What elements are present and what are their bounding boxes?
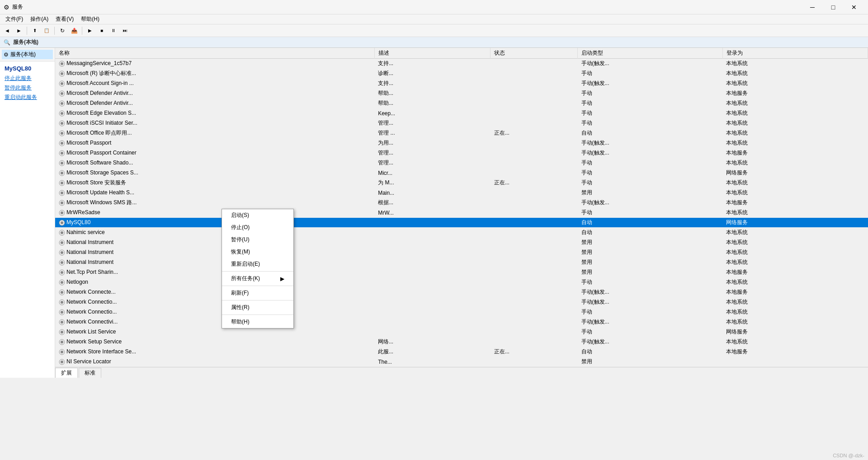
cell-name: Microsoft Passport Container <box>55 148 374 158</box>
cell-login: 本地系统 <box>722 228 868 238</box>
cell-name: Microsoft Storage Spaces S... <box>55 168 374 178</box>
menu-view[interactable]: 查看(V) <box>52 14 77 24</box>
restart-service-link[interactable]: 重启动此服务 <box>5 94 50 101</box>
context-menu-item[interactable]: 属性(R) <box>222 301 293 314</box>
toolbar-forward[interactable]: ► <box>14 26 24 36</box>
cell-startup: 手动(触发... <box>578 59 723 69</box>
context-menu-item-label: 停止(O) <box>231 224 250 231</box>
menu-file[interactable]: 文件(F) <box>2 14 27 24</box>
table-row[interactable]: National Instrument 禁用 本地系统 <box>55 248 868 258</box>
cell-desc: 根据... <box>374 198 491 208</box>
table-row[interactable]: Network Setup Service 网络... 手动(触发... 本地系… <box>55 337 868 347</box>
cell-desc: 管理... <box>374 158 491 168</box>
close-button[interactable]: ✕ <box>844 0 864 14</box>
toolbar-sep-3 <box>82 27 82 35</box>
menu-help[interactable]: 帮助(H) <box>77 14 103 24</box>
table-row[interactable]: Netlogon 手动 本地系统 <box>55 277 868 287</box>
col-header-name[interactable]: 名称 <box>55 48 374 59</box>
table-row[interactable]: Network Connectio... 手动(触发... 本地系统 <box>55 297 868 307</box>
table-row[interactable]: Network Store Interface Se... 此服... 正在..… <box>55 347 868 357</box>
toolbar-export[interactable]: 📤 <box>69 26 80 36</box>
table-row[interactable]: Microsoft Defender Antivir... 帮助... 手动 本… <box>55 89 868 99</box>
cell-name: Microsoft Defender Antivir... <box>55 89 374 99</box>
table-row[interactable]: Microsoft Edge Elevation S... Keep... 手动… <box>55 108 868 118</box>
table-row[interactable]: Microsoft Defender Antivir... 帮助... 手动 本… <box>55 99 868 108</box>
cell-startup: 自动 <box>578 347 723 357</box>
table-row[interactable]: Microsoft Software Shado... 管理... 手动 本地系… <box>55 158 868 168</box>
table-row[interactable]: NI Service Locator The... 禁用 <box>55 357 868 367</box>
table-row[interactable]: Nahimic service 自动 本地系统 <box>55 228 868 238</box>
table-row[interactable]: Microsoft Update Health S... Main... 禁用 … <box>55 188 868 198</box>
table-header-row: 名称 描述 状态 启动类型 登录为 <box>55 48 868 59</box>
col-header-status[interactable]: 状态 <box>491 48 578 59</box>
table-row[interactable]: MrWReSadse MrW... 手动 本地系统 <box>55 208 868 218</box>
svg-point-47 <box>61 291 63 294</box>
minimize-button[interactable]: ─ <box>802 0 823 14</box>
toolbar-properties[interactable]: ▶ <box>85 26 95 36</box>
table-row[interactable]: Network Connectivi... 手动(触发... 本地系统 <box>55 317 868 327</box>
col-header-login[interactable]: 登录为 <box>722 48 868 59</box>
cell-name: Network Connecte... <box>55 287 374 297</box>
pause-service-link[interactable]: 暂停此服务 <box>5 84 50 92</box>
stop-service-link[interactable]: 停止此服务 <box>5 75 50 82</box>
toolbar-resume[interactable]: ⏭ <box>120 26 131 36</box>
context-menu-item-label: 暂停(U) <box>231 236 250 244</box>
table-row[interactable]: Microsoft Passport 为用... 手动(触发... 本地系统 <box>55 138 868 148</box>
toolbar-up[interactable]: ⬆ <box>29 26 40 36</box>
context-menu-item[interactable]: 启动(S) <box>222 209 293 221</box>
context-menu-item[interactable]: 帮助(H) <box>222 316 293 328</box>
cell-startup: 禁用 <box>578 248 723 258</box>
context-menu-item[interactable]: 重新启动(E) <box>222 258 293 270</box>
cell-login: 本地系统 <box>722 79 868 89</box>
menu-action[interactable]: 操作(A) <box>27 14 52 24</box>
selected-service-name: MySQL80 <box>5 65 50 72</box>
toolbar-back[interactable]: ◄ <box>2 26 13 36</box>
table-row[interactable]: MySQL80 自动 网络服务 <box>55 218 868 228</box>
table-row[interactable]: National Instrument 禁用 本地系统 <box>55 238 868 248</box>
cell-status: 正在... <box>491 347 578 357</box>
table-row[interactable]: Net.Tcp Port Sharin... 禁用 本地服务 <box>55 268 868 277</box>
table-row[interactable]: Microsoft Store 安装服务 为 M... 正在... 手动 本地系… <box>55 178 868 188</box>
cell-status <box>491 188 578 198</box>
cell-login: 本地系统 <box>722 188 868 198</box>
table-row[interactable]: Microsoft Storage Spaces S... Micr... 手动… <box>55 168 868 178</box>
context-menu-item-label: 刷新(F) <box>231 289 249 297</box>
tab-standard[interactable]: 标准 <box>79 368 101 378</box>
table-row[interactable]: Microsoft iSCSI Initiator Ser... 管理... 手… <box>55 118 868 128</box>
table-row[interactable]: National Instrument 禁用 本地系统 <box>55 258 868 268</box>
context-menu-item[interactable]: 所有任务(K)▶ <box>222 272 293 285</box>
table-row[interactable]: Network List Service 手动 网络服务 <box>55 327 868 337</box>
cell-name: NI Service Locator <box>55 357 374 367</box>
context-menu-item[interactable]: 刷新(F) <box>222 287 293 299</box>
svg-point-5 <box>61 82 63 85</box>
cell-status <box>491 238 578 248</box>
table-row[interactable]: Network Connecte... 手动(触发... 本地服务 <box>55 287 868 297</box>
title-controls: ─ □ ✕ <box>802 0 864 14</box>
context-menu-item[interactable]: 恢复(M) <box>222 246 293 258</box>
toolbar-refresh[interactable]: ↻ <box>57 26 68 36</box>
sidebar-item-local[interactable]: ⚙ 服务(本地) <box>2 50 53 59</box>
svg-point-45 <box>61 281 63 284</box>
cell-startup: 手动 <box>578 69 723 79</box>
svg-point-51 <box>61 311 63 314</box>
maximize-button[interactable]: □ <box>823 0 844 14</box>
cell-startup: 手动(触发... <box>578 317 723 327</box>
table-row[interactable]: MessagingService_1c57b7 支持... 手动(触发... 本… <box>55 59 868 69</box>
table-row[interactable]: Network Connectio... 手动 本地系统 <box>55 307 868 317</box>
context-menu-item[interactable]: 暂停(U) <box>222 234 293 246</box>
table-row[interactable]: Microsoft Account Sign-in ... 支持... 手动(触… <box>55 79 868 89</box>
toolbar: ◄ ► ⬆ 📋 ↻ 📤 ▶ ■ ⏸ ⏭ <box>0 24 868 37</box>
table-row[interactable]: Microsoft (R) 诊断中心标准... 诊断... 手动 本地系统 <box>55 69 868 79</box>
col-header-startup[interactable]: 启动类型 <box>578 48 723 59</box>
tab-expand[interactable]: 扩展 <box>55 368 78 378</box>
context-menu-item[interactable]: 停止(O) <box>222 221 293 234</box>
toolbar-show-hide[interactable]: 📋 <box>41 26 52 36</box>
col-header-desc[interactable]: 描述 <box>374 48 491 59</box>
cell-status <box>491 158 578 168</box>
table-row[interactable]: Microsoft Office 即点即用... 管理 ... 正在... 自动… <box>55 128 868 138</box>
toolbar-pause[interactable]: ⏸ <box>108 26 119 36</box>
table-row[interactable]: Microsoft Passport Container 管理... 手动(触发… <box>55 148 868 158</box>
cell-status <box>491 337 578 347</box>
table-row[interactable]: Microsoft Windows SMS 路... 根据... 手动(触发..… <box>55 198 868 208</box>
toolbar-stop[interactable]: ■ <box>96 26 107 36</box>
